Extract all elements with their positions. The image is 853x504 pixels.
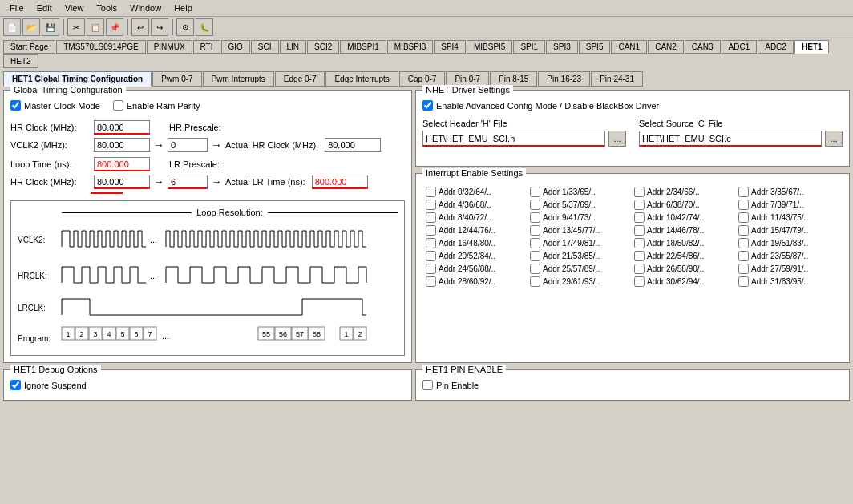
tab-adc2[interactable]: ADC2 — [758, 40, 794, 54]
header-file-browse[interactable]: ... — [608, 131, 626, 147]
tab-can3[interactable]: CAN3 — [685, 40, 721, 54]
header-file-input[interactable] — [422, 131, 605, 147]
copy-button[interactable]: 📋 — [87, 18, 104, 36]
addr-label-18: Addr 18/50/82/.. — [647, 239, 704, 248]
addr-checkbox-9[interactable] — [530, 212, 540, 223]
actual-hr-clock-input[interactable] — [325, 138, 381, 152]
lr-prescale-input[interactable] — [168, 175, 208, 189]
menu-edit[interactable]: Edit — [30, 2, 59, 14]
new-button[interactable]: 📄 — [3, 18, 21, 36]
addr-checkbox-31[interactable] — [738, 276, 749, 287]
hr-prescale-input[interactable] — [168, 138, 208, 152]
tab-sci[interactable]: SCI — [251, 40, 279, 54]
addr-checkbox-12[interactable] — [426, 225, 436, 236]
addr-checkbox-26[interactable] — [634, 264, 645, 274]
addr-checkbox-1[interactable] — [530, 187, 540, 197]
tab-spi4[interactable]: SPI4 — [434, 40, 466, 54]
loop-time-input[interactable] — [94, 157, 150, 171]
hr-clock2-input[interactable] — [94, 175, 150, 189]
vclk2-input[interactable] — [94, 138, 150, 152]
tab-tms570[interactable]: TMS570LS0914PGE — [56, 40, 145, 54]
addr-checkbox-8[interactable] — [426, 212, 436, 223]
source-file-browse[interactable]: ... — [825, 131, 843, 147]
addr-checkbox-30[interactable] — [634, 276, 645, 287]
redo-button[interactable]: ↪ — [151, 18, 168, 36]
tab-het1[interactable]: HET1 — [794, 40, 830, 54]
svg-text:55: 55 — [262, 330, 270, 338]
addr-checkbox-7[interactable] — [738, 200, 749, 210]
addr-checkbox-3[interactable] — [738, 187, 749, 197]
tab-rti[interactable]: RTI — [193, 40, 220, 54]
addr-checkbox-17[interactable] — [530, 238, 540, 248]
menu-window[interactable]: Window — [123, 2, 168, 14]
addr-checkbox-11[interactable] — [738, 212, 749, 223]
addr-checkbox-19[interactable] — [738, 238, 749, 248]
tab-gio[interactable]: GIO — [221, 40, 250, 54]
addr-checkbox-15[interactable] — [738, 225, 749, 236]
addr-checkbox-18[interactable] — [634, 238, 645, 248]
addr-checkbox-4[interactable] — [426, 200, 436, 210]
addr-checkbox-5[interactable] — [530, 200, 540, 210]
hr-clock-input[interactable] — [94, 120, 150, 135]
debug-button[interactable]: 🐛 — [196, 18, 213, 36]
addr-checkbox-0[interactable] — [426, 187, 436, 197]
enable-advanced-checkbox[interactable] — [422, 100, 433, 111]
tab-pwm-interrupts[interactable]: Pwm Interrupts — [203, 71, 274, 87]
addr-checkbox-24[interactable] — [426, 264, 436, 274]
pin-enable-checkbox[interactable] — [422, 380, 433, 390]
tab-pinmux[interactable]: PINMUX — [147, 40, 192, 54]
tab-mibspi5[interactable]: MIBSPI5 — [467, 40, 512, 54]
save-button[interactable]: 💾 — [42, 18, 59, 36]
undo-button[interactable]: ↩ — [131, 18, 149, 36]
master-clock-mode-checkbox[interactable] — [10, 100, 21, 111]
enable-ram-parity-checkbox[interactable] — [113, 100, 123, 111]
tab-pwm07[interactable]: Pwm 0-7 — [152, 71, 201, 87]
actual-lr-time-input[interactable] — [312, 175, 368, 189]
svg-text:...: ... — [150, 271, 157, 280]
addr-checkbox-25[interactable] — [530, 264, 540, 274]
tab-start-page[interactable]: Start Page — [3, 40, 55, 54]
tab-lin[interactable]: LIN — [280, 40, 307, 54]
tab-can1[interactable]: CAN1 — [611, 40, 647, 54]
tab-mibspi1[interactable]: MIBSPI1 — [340, 40, 386, 54]
addr-checkbox-22[interactable] — [634, 251, 645, 261]
addr-checkbox-16[interactable] — [426, 238, 436, 248]
menu-file[interactable]: File — [3, 2, 30, 14]
cut-button[interactable]: ✂ — [67, 18, 85, 36]
ignore-suspend-checkbox[interactable] — [10, 380, 21, 390]
tab-spi1[interactable]: SPI1 — [513, 40, 545, 54]
tab-het2[interactable]: HET2 — [3, 54, 38, 68]
addr-checkbox-13[interactable] — [530, 225, 540, 236]
tab-adc1[interactable]: ADC1 — [722, 40, 758, 54]
addr-checkbox-27[interactable] — [738, 264, 749, 274]
tab-mibspi3[interactable]: MIBSPI3 — [387, 40, 433, 54]
addr-checkbox-29[interactable] — [530, 276, 540, 287]
tab-pin1623[interactable]: Pin 16-23 — [538, 71, 590, 87]
tab-edge-interrupts[interactable]: Edge Interrupts — [325, 71, 398, 87]
addr-checkbox-6[interactable] — [634, 200, 645, 210]
menu-tools[interactable]: Tools — [90, 2, 123, 14]
addr-label-24: Addr 24/56/88/.. — [439, 264, 495, 273]
tab-spi5[interactable]: SPI5 — [579, 40, 611, 54]
menu-help[interactable]: Help — [168, 2, 199, 14]
paste-button[interactable]: 📌 — [106, 18, 123, 36]
source-file-input[interactable] — [639, 131, 822, 147]
pin-enable-label: Pin Enable — [436, 381, 479, 390]
tab-can2[interactable]: CAN2 — [648, 40, 684, 54]
addr-checkbox-20[interactable] — [426, 251, 436, 261]
tab-sci2[interactable]: SCI2 — [307, 40, 339, 54]
addr-item-9: Addr 9/41/73/.. — [530, 212, 631, 223]
addr-checkbox-21[interactable] — [530, 251, 540, 261]
tab-edge07[interactable]: Edge 0-7 — [275, 71, 325, 87]
svg-text:6: 6 — [134, 330, 138, 338]
addr-checkbox-23[interactable] — [738, 251, 749, 261]
addr-checkbox-10[interactable] — [634, 212, 645, 223]
addr-checkbox-28[interactable] — [426, 276, 436, 287]
addr-checkbox-2[interactable] — [634, 187, 645, 197]
tab-spi3[interactable]: SPI3 — [546, 40, 578, 54]
tab-pin2431[interactable]: Pin 24-31 — [591, 71, 643, 87]
menu-view[interactable]: View — [59, 2, 91, 14]
addr-checkbox-14[interactable] — [634, 225, 645, 236]
open-button[interactable]: 📂 — [22, 18, 40, 36]
build-button[interactable]: ⚙ — [176, 18, 194, 36]
